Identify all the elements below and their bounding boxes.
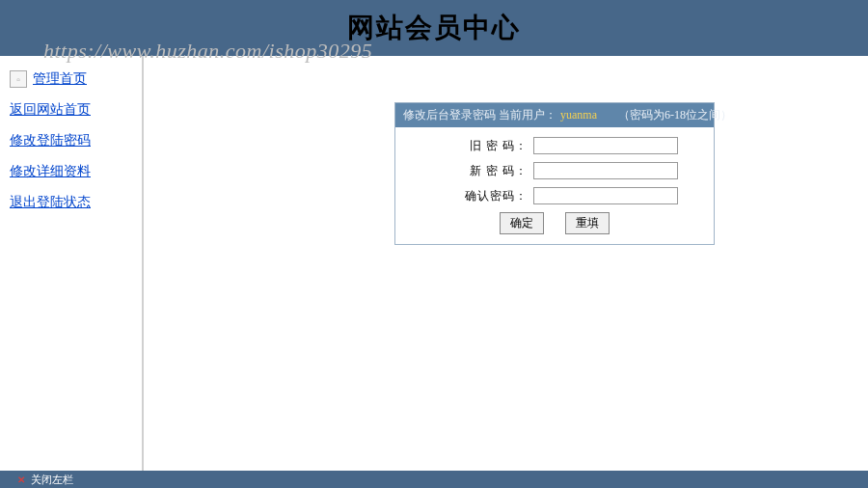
sidebar-link[interactable]: 退出登陆状态 bbox=[10, 194, 91, 211]
content-area: 修改后台登录密码 当前用户： yuanma （密码为6-18位之间） 旧 密 码… bbox=[144, 56, 868, 471]
confirm-password-label: 确认密码： bbox=[431, 188, 528, 204]
new-password-input[interactable] bbox=[533, 162, 678, 179]
old-password-label: 旧 密 码： bbox=[431, 138, 528, 154]
close-icon[interactable]: ✕ bbox=[17, 474, 25, 485]
sidebar-link[interactable]: 返回网站首页 bbox=[10, 101, 91, 119]
page-title: 网站会员中心 bbox=[347, 10, 521, 46]
footer-bar: ✕ 关闭左栏 bbox=[0, 471, 868, 488]
confirm-password-input[interactable] bbox=[533, 187, 678, 204]
sidebar: ▫ 管理首页 返回网站首页 修改登陆密码 修改详细资料 退出登陆状态 bbox=[0, 56, 142, 471]
submit-button[interactable]: 确定 bbox=[500, 212, 544, 234]
current-username: yuanma bbox=[560, 108, 597, 122]
form-header: 修改后台登录密码 当前用户： yuanma （密码为6-18位之间） bbox=[395, 103, 714, 127]
sidebar-item-profile[interactable]: 修改详细资料 bbox=[0, 156, 142, 187]
password-form-panel: 修改后台登录密码 当前用户： yuanma （密码为6-18位之间） 旧 密 码… bbox=[394, 102, 715, 245]
new-password-row: 新 密 码： bbox=[407, 162, 702, 179]
new-password-label: 新 密 码： bbox=[431, 163, 528, 179]
page-header: 网站会员中心 bbox=[0, 0, 868, 56]
main-area: ▫ 管理首页 返回网站首页 修改登陆密码 修改详细资料 退出登陆状态 修改后台登… bbox=[0, 56, 868, 471]
password-hint: （密码为6-18位之间） bbox=[618, 107, 732, 123]
form-body: 旧 密 码： 新 密 码： 确认密码： 确定 重填 bbox=[395, 127, 714, 244]
sidebar-item-back[interactable]: 返回网站首页 bbox=[0, 95, 142, 125]
close-sidebar-label[interactable]: 关闭左栏 bbox=[31, 473, 73, 487]
reset-button[interactable]: 重填 bbox=[565, 212, 610, 234]
old-password-row: 旧 密 码： bbox=[407, 137, 702, 154]
broken-image-icon: ▫ bbox=[10, 70, 27, 88]
sidebar-link[interactable]: 修改详细资料 bbox=[10, 163, 91, 180]
form-title-prefix: 修改后台登录密码 当前用户： bbox=[403, 107, 556, 123]
sidebar-item-logout[interactable]: 退出登陆状态 bbox=[0, 187, 142, 218]
old-password-input[interactable] bbox=[533, 137, 678, 154]
sidebar-item-home[interactable]: ▫ 管理首页 bbox=[0, 64, 142, 95]
sidebar-link[interactable]: 管理首页 bbox=[33, 70, 87, 88]
button-row: 确定 重填 bbox=[407, 212, 702, 234]
sidebar-link[interactable]: 修改登陆密码 bbox=[10, 132, 91, 149]
confirm-password-row: 确认密码： bbox=[407, 187, 702, 204]
sidebar-item-password[interactable]: 修改登陆密码 bbox=[0, 125, 142, 156]
